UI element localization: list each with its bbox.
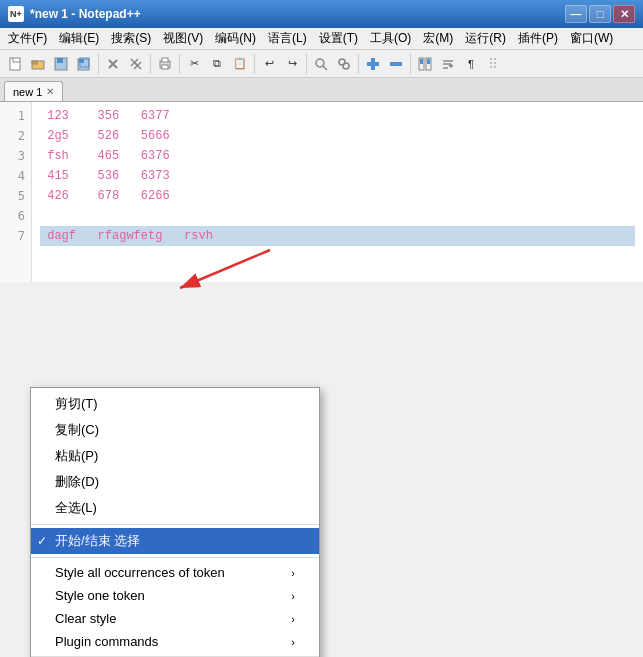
menu-search[interactable]: 搜索(S) xyxy=(105,28,157,49)
undo-button[interactable]: ↩ xyxy=(258,53,280,75)
svg-rect-6 xyxy=(57,58,63,63)
svg-rect-17 xyxy=(162,58,168,62)
menu-view[interactable]: 视图(V) xyxy=(157,28,209,49)
save-all-button[interactable] xyxy=(73,53,95,75)
toolbar-sep-4 xyxy=(254,54,255,74)
indent-guide-button[interactable] xyxy=(483,53,505,75)
app-icon: N+ xyxy=(8,6,24,22)
code-line-5: 426 678 6266 xyxy=(40,186,635,206)
ctx-startend-label: 开始/结束 选择 xyxy=(55,532,140,550)
window-controls: — □ ✕ xyxy=(565,5,635,23)
ctx-copy[interactable]: 复制(C) xyxy=(31,417,319,443)
close-tab-button[interactable] xyxy=(102,53,124,75)
editor-area[interactable]: 1 2 3 4 5 6 7 123 356 6377 2g5 526 5666 … xyxy=(0,102,643,282)
code-content[interactable]: 123 356 6377 2g5 526 5666 fsh 465 6376 4… xyxy=(32,102,643,282)
close-button[interactable]: ✕ xyxy=(613,5,635,23)
ctx-plugincmd[interactable]: Plugin commands › xyxy=(31,630,319,653)
title-bar: N+ *new 1 - Notepad++ — □ ✕ xyxy=(0,0,643,28)
menu-tools[interactable]: 工具(O) xyxy=(364,28,417,49)
ctx-selectall-label: 全选(L) xyxy=(55,499,97,517)
ctx-selectall[interactable]: 全选(L) xyxy=(31,495,319,521)
zoom-in-button[interactable] xyxy=(362,53,384,75)
editor-wrapper: 1 2 3 4 5 6 7 123 356 6377 2g5 526 5666 … xyxy=(0,102,643,282)
toolbar: ✂ ⧉ 📋 ↩ ↪ ¶ xyxy=(0,50,643,78)
svg-point-22 xyxy=(343,63,349,69)
ctx-plugincmd-label: Plugin commands xyxy=(55,634,158,649)
ctx-paste-label: 粘贴(P) xyxy=(55,447,98,465)
menu-language[interactable]: 语言(L) xyxy=(262,28,313,49)
tab-bar: new 1 ✕ xyxy=(0,78,643,102)
zoom-out-button[interactable] xyxy=(385,53,407,75)
menu-edit[interactable]: 编辑(E) xyxy=(53,28,105,49)
ctx-delete-label: 删除(D) xyxy=(55,473,99,491)
menu-macro[interactable]: 宏(M) xyxy=(417,28,459,49)
cut-button[interactable]: ✂ xyxy=(183,53,205,75)
line-numbers: 1 2 3 4 5 6 7 xyxy=(0,102,32,282)
code-line-4: 415 536 6373 xyxy=(40,166,635,186)
open-button[interactable] xyxy=(27,53,49,75)
code-line-3: fsh 465 6376 xyxy=(40,146,635,166)
ctx-sep-1 xyxy=(31,524,319,525)
maximize-button[interactable]: □ xyxy=(589,5,611,23)
close-all-button[interactable] xyxy=(125,53,147,75)
toolbar-sep-6 xyxy=(358,54,359,74)
tab-new1[interactable]: new 1 ✕ xyxy=(4,81,63,101)
menu-window[interactable]: 窗口(W) xyxy=(564,28,619,49)
ctx-styleall-label: Style all occurrences of token xyxy=(55,565,225,580)
toolbar-sep-7 xyxy=(410,54,411,74)
svg-rect-0 xyxy=(10,58,20,70)
toolbar-sep-1 xyxy=(98,54,99,74)
toolbar-sep-2 xyxy=(150,54,151,74)
ctx-clearstyle-label: Clear style xyxy=(55,611,116,626)
svg-rect-26 xyxy=(390,62,402,66)
menu-plugins[interactable]: 插件(P) xyxy=(512,28,564,49)
new-button[interactable] xyxy=(4,53,26,75)
word-wrap-button[interactable] xyxy=(437,53,459,75)
svg-rect-25 xyxy=(371,58,375,70)
ctx-styleone-label: Style one token xyxy=(55,588,145,603)
redo-button[interactable]: ↪ xyxy=(281,53,303,75)
menu-bar: 文件(F) 编辑(E) 搜索(S) 视图(V) 编码(N) 语言(L) 设置(T… xyxy=(0,28,643,50)
paste-button[interactable]: 📋 xyxy=(229,53,251,75)
save-button[interactable] xyxy=(50,53,72,75)
code-line-7: dagf rfagwfetg rsvh xyxy=(40,226,635,246)
ctx-copy-label: 复制(C) xyxy=(55,421,99,439)
ctx-startend[interactable]: ✓ 开始/结束 选择 xyxy=(31,528,319,554)
ctx-cut[interactable]: 剪切(T) xyxy=(31,391,319,417)
ctx-styleone-arrow: › xyxy=(291,590,295,602)
ctx-styleall-arrow: › xyxy=(291,567,295,579)
find-button[interactable] xyxy=(310,53,332,75)
ctx-cut-label: 剪切(T) xyxy=(55,395,98,413)
sync-scroll-v-button[interactable] xyxy=(414,53,436,75)
tab-close-button[interactable]: ✕ xyxy=(46,86,54,97)
menu-file[interactable]: 文件(F) xyxy=(2,28,53,49)
context-menu: 剪切(T) 复制(C) 粘贴(P) 删除(D) 全选(L) ✓ 开始/结束 选择… xyxy=(30,387,320,657)
svg-rect-18 xyxy=(162,65,168,69)
code-line-1: 123 356 6377 xyxy=(40,106,635,126)
toolbar-sep-3 xyxy=(179,54,180,74)
svg-rect-29 xyxy=(420,59,423,64)
menu-settings[interactable]: 设置(T) xyxy=(313,28,364,49)
menu-encoding[interactable]: 编码(N) xyxy=(209,28,262,49)
ctx-paste[interactable]: 粘贴(P) xyxy=(31,443,319,469)
print-button[interactable] xyxy=(154,53,176,75)
ctx-delete[interactable]: 删除(D) xyxy=(31,469,319,495)
code-line-2: 2g5 526 5666 xyxy=(40,126,635,146)
replace-button[interactable] xyxy=(333,53,355,75)
ctx-check-icon: ✓ xyxy=(37,534,47,548)
all-chars-button[interactable]: ¶ xyxy=(460,53,482,75)
menu-run[interactable]: 运行(R) xyxy=(459,28,512,49)
ctx-plugincmd-arrow: › xyxy=(291,636,295,648)
svg-rect-4 xyxy=(32,61,37,64)
minimize-button[interactable]: — xyxy=(565,5,587,23)
svg-rect-30 xyxy=(427,59,430,64)
toolbar-sep-5 xyxy=(306,54,307,74)
svg-line-20 xyxy=(323,66,327,70)
ctx-clearstyle[interactable]: Clear style › xyxy=(31,607,319,630)
code-line-6 xyxy=(40,206,635,226)
window-title: *new 1 - Notepad++ xyxy=(30,7,141,21)
ctx-styleone[interactable]: Style one token › xyxy=(31,584,319,607)
copy-button[interactable]: ⧉ xyxy=(206,53,228,75)
ctx-styleall[interactable]: Style all occurrences of token › xyxy=(31,561,319,584)
svg-point-19 xyxy=(316,59,324,67)
